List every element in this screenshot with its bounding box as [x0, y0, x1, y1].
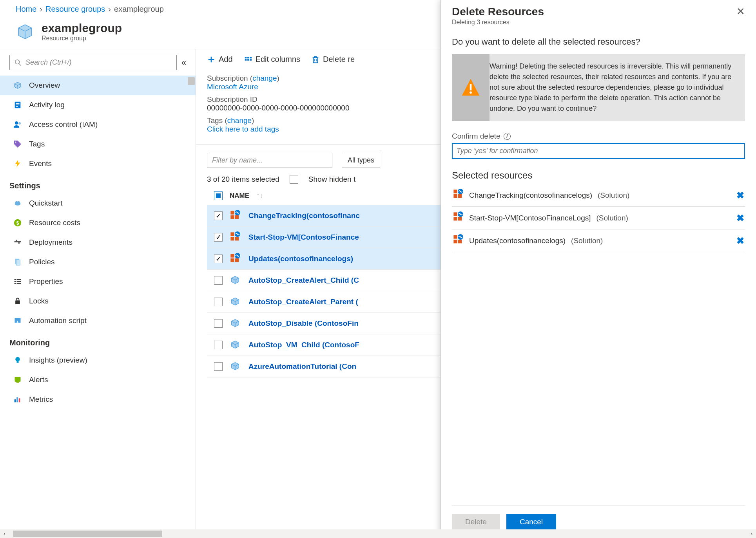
solution-icon — [453, 211, 464, 224]
scroll-up-handle[interactable] — [188, 77, 195, 85]
alert-icon — [13, 375, 23, 385]
remove-icon[interactable]: ✖ — [736, 213, 744, 224]
sidebar-item-overview[interactable]: Overview — [0, 76, 196, 95]
add-tags-link[interactable]: Click here to add tags — [207, 125, 279, 133]
delete-resource-group-button[interactable]: Delete re — [311, 55, 355, 64]
svg-rect-45 — [230, 232, 234, 236]
row-checkbox[interactable] — [214, 341, 223, 349]
add-button[interactable]: Add — [207, 55, 233, 64]
panel-question: Do you want to delete all the selected r… — [452, 37, 745, 47]
sidebar-item-policies[interactable]: Policies — [0, 252, 196, 272]
subscription-label: Subscription ( — [207, 74, 252, 82]
remove-icon[interactable]: ✖ — [736, 190, 744, 201]
horizontal-scrollbar[interactable]: ‹ › — [0, 529, 756, 538]
svg-rect-59 — [453, 212, 457, 216]
type-select[interactable]: All types — [342, 153, 380, 168]
show-hidden-label: Show hidden t — [308, 175, 355, 184]
row-checkbox[interactable] — [214, 211, 223, 220]
runbook-icon — [230, 318, 241, 329]
sidebar-item-alerts[interactable]: Alerts — [0, 370, 196, 390]
selected-type: (Solution) — [596, 214, 731, 222]
row-name[interactable]: AutoStop_Disable (ContosoFin — [248, 319, 359, 328]
show-hidden-checkbox[interactable] — [290, 175, 298, 184]
row-checkbox[interactable] — [214, 233, 223, 242]
svg-rect-22 — [17, 281, 21, 282]
svg-point-54 — [470, 91, 472, 94]
sidebar-item-automation-script[interactable]: Automation script — [0, 311, 196, 330]
row-name[interactable]: AutoStop_VM_Child (ContosoF — [248, 341, 359, 349]
sidebar-item-quickstart[interactable]: Quickstart — [0, 193, 196, 213]
select-all-checkbox[interactable] — [214, 191, 223, 200]
properties-icon — [13, 276, 23, 287]
subscription-value[interactable]: Microsoft Azure — [207, 83, 258, 91]
sidebar-item-resource-costs[interactable]: $Resource costs — [0, 213, 196, 233]
search-input[interactable]: Search (Ctrl+/) — [9, 55, 177, 70]
sidebar-item-label: Metrics — [29, 395, 53, 404]
row-name[interactable]: AutoStop_CreateAlert_Child (C — [248, 276, 359, 285]
remove-icon[interactable]: ✖ — [736, 235, 744, 246]
deploy-icon — [13, 237, 23, 247]
selected-resource-row: Updates(contosofinancelogs)(Solution)✖ — [452, 229, 745, 252]
confirm-label: Confirm delete i — [452, 132, 745, 141]
info-icon[interactable]: i — [504, 133, 511, 140]
row-name[interactable]: AzureAutomationTutorial (Con — [248, 362, 356, 371]
edit-columns-button[interactable]: Edit columns — [244, 55, 301, 64]
svg-rect-35 — [245, 59, 247, 61]
svg-rect-32 — [16, 397, 18, 403]
row-checkbox[interactable] — [214, 276, 223, 285]
sidebar-item-label: Access control (IAM) — [29, 120, 98, 129]
svg-rect-57 — [458, 194, 462, 198]
sidebar-item-label: Properties — [29, 277, 63, 286]
selected-resource-row: ChangeTracking(contosofinancelogs)(Solut… — [452, 184, 745, 207]
change-subscription-link[interactable]: change — [252, 74, 277, 82]
row-checkbox[interactable] — [214, 255, 223, 263]
sidebar-item-properties[interactable]: Properties — [0, 272, 196, 291]
svg-rect-5 — [16, 106, 18, 107]
sidebar-item-insights[interactable]: Insights (preview) — [0, 350, 196, 370]
sidebar-item-deployments[interactable]: Deployments — [0, 233, 196, 252]
people-icon — [13, 119, 23, 130]
svg-rect-49 — [230, 254, 234, 257]
svg-point-11 — [17, 201, 20, 204]
scrollbar-thumb[interactable] — [13, 531, 162, 537]
column-name[interactable]: NAME — [230, 192, 249, 200]
sidebar-item-locks[interactable]: Locks — [0, 291, 196, 311]
columns-icon — [244, 55, 252, 64]
row-name[interactable]: Start-Stop-VM[ContosoFinance — [248, 233, 359, 242]
collapse-sidebar-icon[interactable]: « — [181, 58, 186, 68]
breadcrumb-current: examplegroup — [114, 5, 164, 14]
change-tags-link[interactable]: change — [227, 116, 252, 125]
svg-point-8 — [15, 141, 16, 143]
selected-name: ChangeTracking(contosofinancelogs) — [469, 191, 592, 200]
scroll-left-icon[interactable]: ‹ — [0, 529, 9, 538]
filter-input[interactable]: Filter by name... — [207, 153, 332, 168]
svg-rect-21 — [15, 281, 16, 282]
sidebar-item-metrics[interactable]: Metrics — [0, 390, 196, 409]
solution-icon — [230, 231, 241, 243]
row-checkbox[interactable] — [214, 298, 223, 306]
row-name[interactable]: Updates(contosofinancelogs) — [248, 255, 353, 263]
row-checkbox[interactable] — [214, 362, 223, 371]
svg-rect-64 — [453, 240, 457, 243]
svg-rect-15 — [16, 240, 17, 241]
row-name[interactable]: ChangeTracking(contosofinanc — [248, 211, 360, 220]
sidebar-item-access-control[interactable]: Access control (IAM) — [0, 115, 196, 134]
svg-rect-30 — [16, 381, 19, 383]
sidebar-item-events[interactable]: Events — [0, 154, 196, 173]
sidebar-item-label: Insights (preview) — [29, 356, 87, 365]
panel-title: Delete Resources — [452, 5, 544, 18]
row-checkbox[interactable] — [214, 319, 223, 328]
cancel-button[interactable]: Cancel — [506, 514, 556, 530]
scroll-right-icon[interactable]: › — [747, 529, 756, 538]
row-name[interactable]: AutoStop_CreateAlert_Parent ( — [248, 298, 358, 306]
sidebar-item-tags[interactable]: Tags — [0, 134, 196, 154]
confirm-input[interactable] — [452, 143, 745, 159]
breadcrumb-home[interactable]: Home — [16, 5, 36, 14]
sidebar-item-activity-log[interactable]: Activity log — [0, 95, 196, 115]
close-icon[interactable]: ✕ — [736, 5, 745, 18]
breadcrumb-resource-groups[interactable]: Resource groups — [45, 5, 105, 14]
script-icon — [13, 316, 23, 326]
sort-icon[interactable]: ↑↓ — [256, 192, 263, 200]
svg-rect-61 — [458, 217, 462, 220]
delete-button[interactable]: Delete — [452, 514, 500, 530]
